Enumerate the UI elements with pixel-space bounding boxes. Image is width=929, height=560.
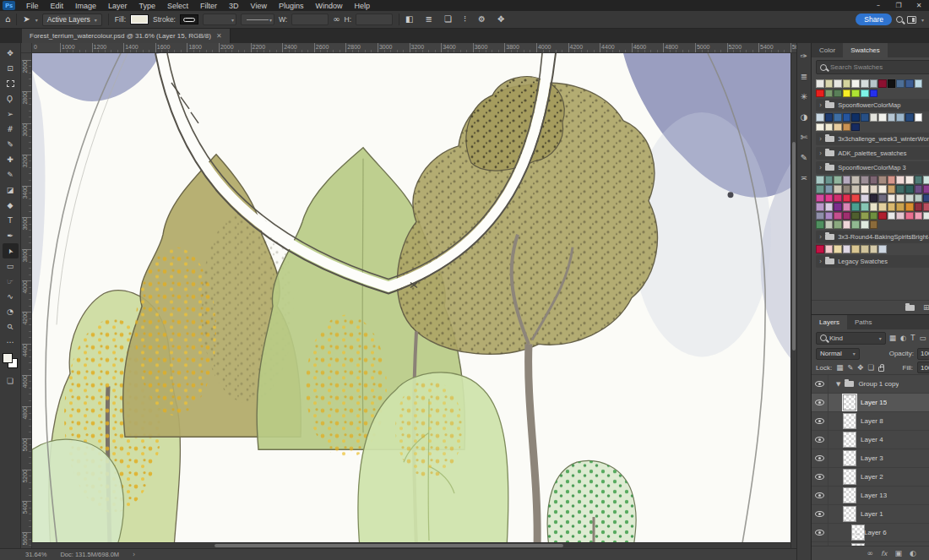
eyedropper-tool[interactable]: ✐ [3,137,19,152]
layer-name[interactable]: Layer 15 [861,399,887,406]
styles-icon[interactable]: ✄ [797,131,811,144]
tool-presets-icon[interactable]: ≍ [797,171,811,184]
lock-artboard-icon[interactable]: ❏ [867,363,874,372]
visibility-toggle[interactable] [812,412,828,430]
menu-item[interactable]: Plugins [273,2,310,10]
swatch[interactable] [816,194,824,203]
swatch[interactable] [825,203,834,211]
swatch[interactable] [834,220,842,229]
align-icon[interactable]: ≣ [426,15,432,24]
swatch[interactable] [861,194,869,203]
layer-name[interactable]: Layer 6 [864,529,887,536]
tab-close-icon[interactable]: ✕ [216,32,222,40]
filter-pixel-icon[interactable]: ▦ [889,334,896,342]
swatch[interactable] [870,203,878,211]
layer-name[interactable]: Layer 8 [861,417,883,425]
swatch[interactable] [834,79,842,88]
stroke-color-chip[interactable] [180,14,198,24]
swatch[interactable] [905,176,914,184]
swatch[interactable] [825,176,834,184]
swatch[interactable] [825,194,834,203]
menu-item[interactable]: Type [133,2,162,10]
healing-brush-tool[interactable]: ✚ [3,152,19,167]
height-field[interactable] [356,14,393,25]
lock-all-icon[interactable] [878,367,884,372]
swatch[interactable] [888,113,896,122]
document-canvas[interactable] [32,53,796,548]
crop-tool[interactable]: # [3,122,19,137]
layer-name[interactable]: Layer 3 [861,454,883,462]
lock-pixels-icon[interactable]: ✎ [847,363,853,372]
swatch[interactable] [896,79,905,88]
fill-color-chip[interactable] [130,14,149,24]
swatch[interactable] [870,185,878,193]
layer-thumbnail[interactable] [851,543,865,546]
swatch[interactable] [834,113,842,122]
swatch-group[interactable]: › 3x3-Round4-BakingSpiritsBright-Pal... [816,231,929,243]
minimize-icon[interactable]: – [868,2,888,9]
vertical-ruler[interactable]: 2600280030003200340036003800400042004400… [21,53,32,548]
frame-tool[interactable]: ⊡ [3,61,19,76]
visibility-toggle[interactable] [812,431,828,449]
swatch-group[interactable]: › 3x3challenge_week3_winterWonde... [816,133,929,145]
filter-adjustment-icon[interactable]: ◐ [900,334,906,342]
swatch[interactable] [816,220,824,229]
swatch[interactable] [861,245,869,253]
swatch[interactable] [825,79,834,88]
swatch[interactable] [825,245,834,253]
swatch[interactable] [870,90,878,98]
workspace-icon[interactable] [907,16,916,24]
swatch[interactable] [878,212,887,220]
swatch[interactable] [888,176,896,184]
visibility-toggle[interactable] [812,375,828,393]
swatch[interactable] [915,185,923,193]
brush-settings-icon[interactable]: ✎ [797,151,811,164]
swatch[interactable] [888,194,896,203]
swatch[interactable] [905,194,914,203]
menu-item[interactable]: Layer [102,2,133,10]
swatch[interactable] [825,90,834,98]
swatch[interactable] [915,79,923,88]
swatch[interactable] [861,90,869,98]
layer-row[interactable]: Layer 15 [812,394,929,412]
lock-position-icon[interactable]: ✥ [857,363,863,372]
swatch[interactable] [851,220,860,229]
swatch[interactable] [905,203,914,211]
swatch[interactable] [878,176,887,184]
swatch[interactable] [851,245,860,253]
status-options-arrow-icon[interactable]: › [133,551,135,558]
swatch[interactable] [861,176,869,184]
layer-thumbnail[interactable] [843,432,856,448]
layer-name[interactable]: Layer 4 [861,436,883,443]
path-selection-tool[interactable]: ➤ [3,243,19,258]
link-layers-icon[interactable]: ∞ [867,549,874,557]
layer-thumbnail[interactable] [843,469,856,485]
swatch[interactable] [816,123,824,132]
ruler-origin[interactable] [21,43,32,53]
lock-transparency-icon[interactable]: ▦ [836,363,843,372]
swatch-group[interactable]: › SpoonflowerColorMap 3 [816,161,929,174]
swatch[interactable] [888,79,896,88]
menu-item[interactable]: Edit [45,2,70,10]
layer-row[interactable]: Layer 4 [812,431,929,449]
swatch[interactable] [843,113,851,122]
swatch[interactable] [870,212,878,220]
restore-icon[interactable]: ❐ [888,2,909,9]
tab-swatches[interactable]: Swatches [843,43,888,57]
swatch[interactable] [905,212,914,220]
swatch[interactable] [896,194,905,203]
swatch[interactable] [851,123,860,132]
dodge-tool[interactable]: ◔ [3,304,19,319]
share-button[interactable]: Share [856,14,892,25]
swatch[interactable] [896,113,905,122]
menu-item[interactable]: View [245,2,273,10]
menu-item[interactable]: Image [69,2,102,10]
swatch[interactable] [851,185,860,193]
layer-row[interactable]: Layer 3 [812,449,929,468]
swatch[interactable] [870,220,878,229]
swatch[interactable] [905,79,914,88]
filter-type-icon[interactable]: T [910,334,915,342]
swatch[interactable] [878,185,887,193]
search-icon[interactable] [896,16,903,23]
swatch[interactable] [843,212,851,220]
